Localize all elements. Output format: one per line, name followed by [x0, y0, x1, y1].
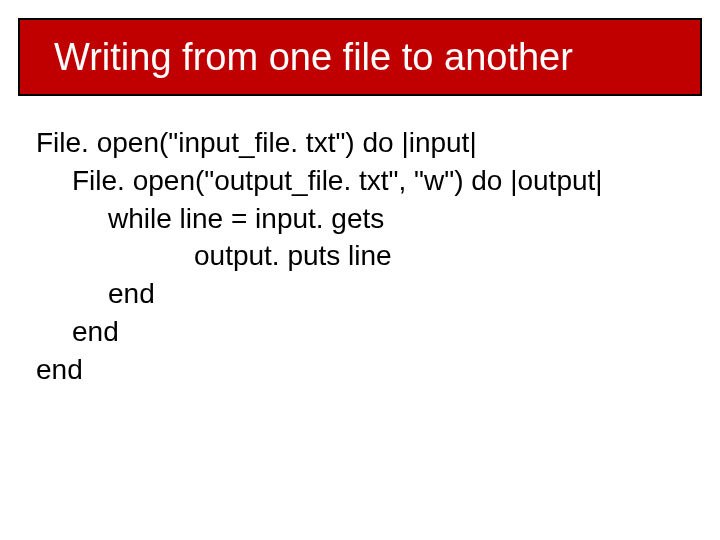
- slide: Writing from one file to another File. o…: [0, 0, 720, 540]
- slide-title: Writing from one file to another: [54, 36, 573, 79]
- code-line-6: end: [36, 313, 684, 351]
- code-line-5: end: [36, 275, 684, 313]
- code-line-2: File. open("output_file. txt", "w") do |…: [36, 162, 684, 200]
- code-line-3: while line = input. gets: [36, 200, 684, 238]
- slide-body: File. open("input_file. txt") do |input|…: [36, 124, 684, 389]
- title-bar: Writing from one file to another: [18, 18, 702, 96]
- code-line-7: end: [36, 351, 684, 389]
- code-line-4: output. puts line: [36, 237, 684, 275]
- code-line-1: File. open("input_file. txt") do |input|: [36, 124, 684, 162]
